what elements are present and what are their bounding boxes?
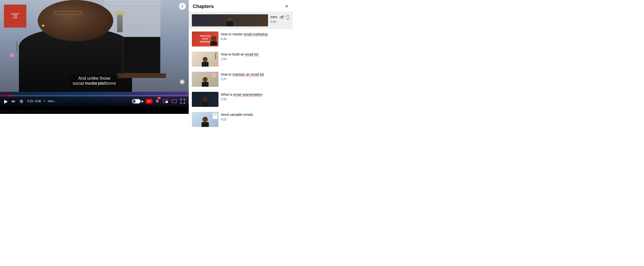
svg-rect-11	[172, 100, 176, 103]
fullscreen-icon	[180, 99, 185, 103]
chapter-info-intro: Intro 0:00	[270, 14, 277, 24]
theater-button[interactable]	[171, 99, 178, 103]
loop-button-intro[interactable]	[286, 15, 290, 20]
chapter-info-maintain: How to maintain an email list 2:37	[221, 72, 290, 81]
hd-badge: HD	[158, 97, 161, 99]
video-container: JOURNEYFORLOVE	[0, 0, 189, 114]
monitor	[123, 37, 160, 74]
play-icon-small: ▶	[142, 100, 144, 103]
chapter-item-intro[interactable]: Intro 0:00	[189, 12, 293, 29]
share-icon	[280, 15, 284, 20]
chapter-time-send: 4:22	[221, 118, 290, 121]
skip-button[interactable]: ⏭	[11, 99, 16, 104]
chapter-item-build[interactable]: How to build an email list 1:05	[189, 49, 293, 69]
desk	[117, 73, 166, 78]
toggle-track[interactable]	[132, 99, 140, 103]
chapter-name-maintain: How to maintain an email list	[221, 72, 290, 77]
controls-bar: ▶ ⏭ 🔇 0:25 / 8:06	[0, 96, 189, 106]
thumb-head	[228, 17, 232, 21]
chapters-header: Chapters ✕	[189, 0, 293, 12]
cc-button[interactable]: CC	[146, 99, 152, 104]
time-display: 0:25 / 8:06	[27, 100, 41, 103]
close-chapters-button[interactable]: ✕	[285, 4, 289, 9]
chapter-name-master: How to master email marketing	[221, 32, 290, 36]
chapter-name-send: Send valuable emails	[221, 112, 290, 117]
chapter-thumb-build	[192, 52, 218, 67]
svg-point-6	[183, 80, 184, 81]
chapters-title: Chapters	[193, 4, 214, 9]
chapter-item-master[interactable]: Mastering Email Marketing H	[189, 29, 293, 49]
chapter-dot-separator: •	[44, 100, 45, 103]
chapter-name-segment: What is email segmentation	[221, 92, 290, 97]
time-current: 0:25	[27, 100, 33, 103]
svg-point-8	[183, 83, 184, 84]
video-title: How to Master Email Marketing (2023)	[0, 106, 189, 114]
mute-button[interactable]: 🔇	[18, 99, 24, 104]
chapter-time-segment: 3:33	[221, 98, 290, 101]
page-wrapper: JOURNEYFORLOVE	[0, 0, 322, 130]
chapter-info-build: How to build an email list 1:05	[221, 52, 290, 61]
chapter-actions-intro	[280, 14, 290, 20]
subtitle-overlay: And unlike those social media platforms	[70, 75, 119, 87]
svg-point-7	[180, 83, 182, 84]
blackhub-watermark: BLACKHUB	[85, 82, 104, 85]
svg-point-5	[180, 80, 182, 81]
svg-point-4	[184, 81, 185, 82]
chapter-item-segment[interactable]: What is email segmentation 3:33	[189, 89, 293, 110]
chapter-info-send: Send valuable emails 4:22	[221, 112, 290, 121]
thumb-segment	[192, 92, 218, 107]
lamp-post	[117, 14, 123, 32]
chapter-chevron-icon: ›	[54, 100, 56, 103]
earring	[42, 25, 44, 27]
mute-icon: 🔇	[19, 99, 24, 103]
chapter-thumb-intro	[192, 14, 268, 27]
chapter-info-segment: What is email segmentation 3:33	[221, 92, 290, 101]
chapter-thumb-master: Mastering Email Marketing	[192, 32, 218, 47]
thumb-build	[192, 52, 218, 67]
chapter-time-master: 0:48	[221, 37, 290, 41]
video-area[interactable]: JOURNEYFORLOVE	[0, 0, 189, 106]
info-button[interactable]: i	[179, 3, 186, 10]
cc-label: CC	[148, 100, 151, 103]
main-content: JOURNEYFORLOVE	[0, 0, 322, 130]
chapter-item-send[interactable]: Send valuable emails 4:22	[189, 110, 293, 130]
svg-point-1	[182, 79, 183, 80]
settings-button[interactable]: ⚙ HD	[154, 98, 160, 104]
fullscreen-button[interactable]	[180, 99, 186, 104]
hubspot-logo	[178, 78, 186, 87]
share-button-intro[interactable]	[280, 15, 284, 20]
play-button[interactable]: ▶	[3, 98, 9, 105]
toggle-knob	[132, 100, 136, 103]
chapters-list[interactable]: Intro 0:00	[189, 12, 293, 130]
thumb-mastering: Mastering Email Marketing	[192, 32, 218, 47]
chapter-time-build: 1:05	[221, 57, 290, 61]
theater-icon	[172, 100, 176, 103]
chapter-thumb-segment	[192, 92, 218, 107]
chapter-thumb-maintain: 🌸	[192, 72, 218, 87]
chapter-time-maintain: 2:37	[221, 78, 290, 81]
thumb-body	[226, 21, 233, 27]
thumb-maintain: 🌸	[192, 72, 218, 87]
chapter-time-intro: 0:00	[270, 20, 277, 24]
chapter-name-intro: Intro	[270, 15, 277, 19]
chapter-label-text: Intro	[48, 100, 54, 103]
wall-poster: JOURNEYFORLOVE	[4, 5, 26, 28]
settings-icon: ⚙ HD	[156, 99, 159, 103]
svg-rect-10	[166, 101, 168, 103]
chapters-panel: Chapters ✕ Intro 0:00	[189, 0, 293, 130]
chapter-thumb-send	[192, 112, 218, 127]
thumb-person-intro	[225, 14, 235, 27]
loop-icon	[286, 15, 290, 20]
thumb-send	[192, 112, 218, 127]
svg-point-2	[182, 83, 183, 84]
flower-decor	[10, 41, 24, 60]
chapter-item-maintain[interactable]: 🌸 How to maintain an email list 2:37	[189, 69, 293, 89]
autoplay-toggle[interactable]: ▶	[132, 99, 144, 103]
mini-player-button[interactable]	[162, 99, 169, 103]
person-head	[38, 0, 113, 41]
play-icon: ▶	[4, 98, 8, 104]
person-glasses	[54, 11, 82, 15]
pip-icon	[163, 100, 168, 103]
chapter-button[interactable]: Intro ›	[47, 99, 56, 103]
chapter-name-build: How to build an email list	[221, 52, 290, 57]
